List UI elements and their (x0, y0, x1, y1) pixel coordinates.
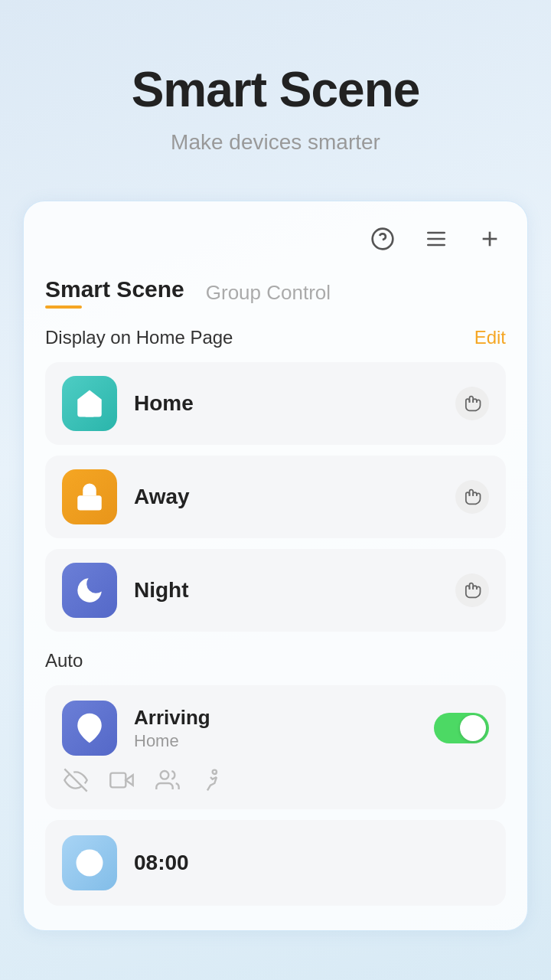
home-tap-icon (455, 387, 489, 420)
help-circle-icon (370, 227, 395, 251)
svg-point-8 (86, 721, 94, 730)
svg-rect-4 (427, 244, 445, 247)
arriving-info: Arriving Home (134, 706, 434, 751)
auto-item-top: Arriving Home (62, 701, 489, 756)
add-button[interactable] (474, 223, 506, 255)
clock-icon (73, 847, 106, 879)
away-icon (73, 481, 106, 513)
away-scene-name: Away (134, 485, 455, 509)
list-button[interactable] (420, 223, 452, 255)
arriving-name: Arriving (134, 706, 434, 730)
auto-item-arriving[interactable]: Arriving Home (45, 685, 506, 809)
eye-off-icon (64, 768, 88, 792)
people-condition-icon (154, 766, 181, 794)
svg-point-12 (161, 771, 169, 779)
eye-off-condition-icon (62, 766, 90, 794)
arriving-toggle[interactable] (434, 713, 489, 743)
tap-gesture-icon (461, 393, 483, 414)
svg-marker-10 (126, 775, 132, 785)
home-scene-name: Home (134, 391, 455, 416)
tab-smart-scene[interactable]: Smart Scene (45, 276, 184, 309)
away-tap-icon (455, 480, 489, 514)
arriving-sub: Home (134, 731, 434, 751)
location-icon (73, 712, 106, 744)
header: Smart Scene Make devices smarter (0, 0, 551, 185)
toggle-knob (460, 715, 486, 741)
camera-icon (109, 768, 134, 792)
page-subtitle: Make devices smarter (31, 130, 520, 155)
night-scene-icon-wrap (62, 563, 117, 618)
people-icon (155, 768, 180, 792)
help-button[interactable] (367, 223, 399, 255)
svg-rect-11 (110, 773, 126, 788)
auto-section-label: Auto (45, 650, 506, 671)
arriving-icon-wrap (62, 701, 117, 756)
scene-item-away[interactable]: Away (45, 456, 506, 538)
time-icon-wrap (62, 835, 117, 890)
scene-item-night[interactable]: Night (45, 549, 506, 632)
main-card: Smart Scene Group Control Display on Hom… (23, 201, 528, 931)
svg-rect-2 (427, 232, 445, 234)
svg-rect-7 (77, 495, 102, 510)
home-scene-icon-wrap (62, 376, 117, 431)
tap-gesture-icon-2 (461, 486, 483, 508)
display-section-label: Display on Home Page (45, 327, 233, 348)
toolbar (45, 223, 506, 255)
away-scene-icon-wrap (62, 469, 117, 524)
night-icon (73, 574, 106, 606)
camera-condition-icon (108, 766, 135, 794)
svg-point-13 (213, 770, 217, 774)
activity-icon (201, 768, 226, 792)
tabs-row: Smart Scene Group Control (45, 276, 506, 309)
scene-item-home[interactable]: Home (45, 362, 506, 445)
display-section-header: Display on Home Page Edit (45, 327, 506, 348)
page-title: Smart Scene (31, 61, 520, 118)
tap-gesture-icon-3 (461, 580, 483, 601)
tab-group-control[interactable]: Group Control (206, 281, 331, 305)
night-scene-name: Night (134, 578, 455, 603)
motion-condition-icon (200, 766, 227, 794)
edit-button[interactable]: Edit (474, 327, 506, 348)
auto-section: Auto Arriving Home (45, 650, 506, 906)
night-tap-icon (455, 573, 489, 607)
condition-icons (62, 766, 489, 794)
svg-rect-3 (427, 238, 445, 240)
list-icon (424, 227, 448, 251)
tab-underline (45, 305, 82, 309)
plus-icon (478, 227, 502, 251)
next-time-display: 08:00 (134, 851, 189, 875)
auto-item-time[interactable]: 08:00 (45, 820, 506, 906)
home-icon (73, 387, 106, 420)
